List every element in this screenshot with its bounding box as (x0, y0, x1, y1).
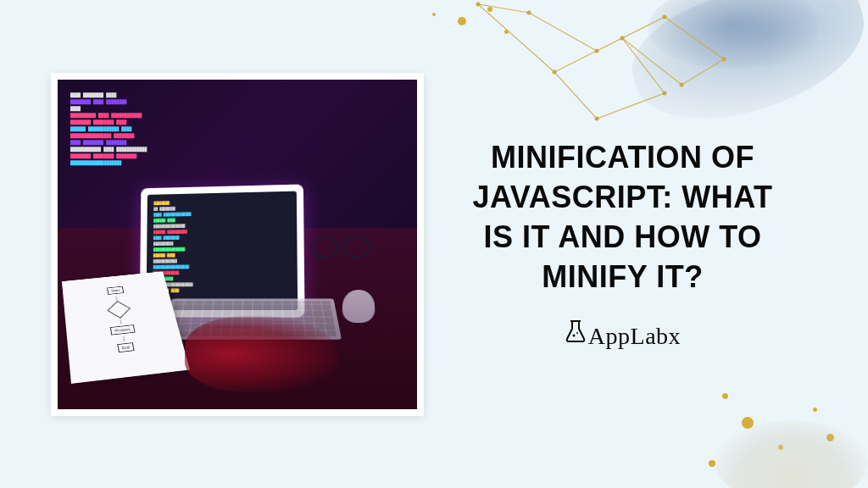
svg-point-10 (572, 334, 575, 336)
flask-icon (565, 319, 587, 350)
svg-point-11 (576, 332, 578, 334)
brand-logo-text: AppLabx (565, 319, 681, 350)
main-content: ████ ████████ ████ ████████ ████ ███████… (0, 0, 868, 488)
article-headline: Minification of JavaScript: What is it a… (462, 138, 783, 297)
brand-name: AppLabx (588, 323, 681, 350)
featured-image: ████ ████████ ████ ████████ ████ ███████… (51, 73, 424, 416)
text-content: Minification of JavaScript: What is it a… (424, 138, 817, 349)
